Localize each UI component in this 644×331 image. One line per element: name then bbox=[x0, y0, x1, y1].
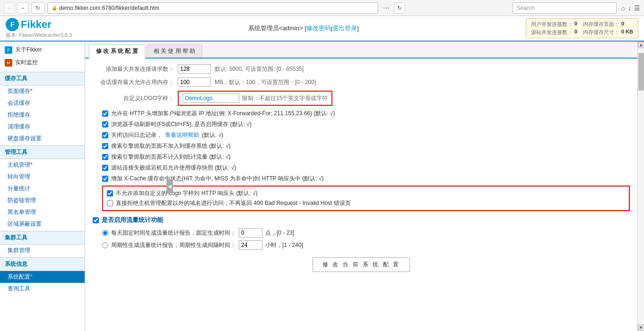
user-conn-value: 0 bbox=[574, 21, 577, 28]
sidebar-item-about[interactable]: F 关于Fikker bbox=[0, 43, 85, 56]
max-conn-hint: 默认: 5000, 可设置范围: [0 - 65535] bbox=[215, 65, 304, 73]
checkbox-5-label: 搜索引擎抓取的页面不计入到统计流量 (默认: √) bbox=[111, 153, 231, 161]
stats-radio-1[interactable] bbox=[102, 230, 108, 236]
version-label: 版本: Fikker/Webcache/3.8.3 bbox=[6, 32, 81, 39]
rbc-1[interactable] bbox=[107, 190, 113, 196]
tabs-bar: 修 改 系 统 配 置 相 关 使 用 帮 助 bbox=[85, 42, 637, 59]
admin-suffix: ] bbox=[357, 25, 359, 32]
form-row-max-conn: 添加最大并发连接请求数： 默认: 5000, 可设置范围: [0 - 65535… bbox=[93, 64, 630, 74]
stats-periodic-input[interactable] bbox=[239, 240, 262, 250]
session-mem-label: 会话缓存最大允许占用内存： bbox=[93, 78, 178, 86]
checkbox-7-label: 增加 X-Cache 缓存命中状态(HIT 为命中, MISS 为非命中)到 H… bbox=[111, 175, 324, 183]
app-header: F Fikker 版本: Fikker/Webcache/3.8.3 系统管理员… bbox=[0, 16, 644, 42]
sidebar-collapse-button[interactable]: ◀ bbox=[166, 179, 173, 194]
checkbox-5[interactable] bbox=[102, 154, 108, 160]
more-options-button[interactable]: ··· bbox=[383, 4, 389, 12]
logo-area: F Fikker 版本: Fikker/Webcache/3.8.3 bbox=[6, 18, 81, 39]
sidebar-item-blacklist[interactable]: 黑名单管理 bbox=[0, 206, 85, 218]
form-row-session-mem: 会话缓存最大允许占用内存： MB，默认：100，可设置范围：[0 - 200] bbox=[93, 77, 630, 87]
checkbox-4[interactable] bbox=[102, 143, 108, 149]
stats-daily-input[interactable] bbox=[239, 228, 262, 238]
content-scroll[interactable]: 添加最大并发连接请求数： 默认: 5000, 可设置范围: [0 - 65535… bbox=[85, 59, 637, 331]
mem-page-value: 0 bbox=[621, 21, 624, 28]
logo-input[interactable] bbox=[183, 93, 239, 103]
sidebar-item-reject-cache[interactable]: 拒绝缓存 bbox=[0, 109, 85, 121]
sidebar-item-region-block[interactable]: 区域屏蔽设置 bbox=[0, 218, 85, 230]
mem-size-value: 0 KB bbox=[621, 29, 633, 36]
mem-page-label: 内存缓存页面： bbox=[583, 21, 619, 28]
forward-button[interactable]: → bbox=[17, 2, 28, 14]
sidebar-item-sys-config[interactable]: 系统配置* bbox=[0, 271, 85, 283]
search-placeholder: Search bbox=[517, 5, 535, 11]
checkbox-row-1: 允许在 HTTP 头增加客户端浏览器 IP 地址(例: X-Forwarded-… bbox=[93, 110, 630, 118]
checkbox-2-label: 浏览器手动刷新时(F5或Ctrl+F5), 是否启用缓存 (默认: √) bbox=[111, 120, 252, 128]
logout-link[interactable]: 退出登录 bbox=[332, 24, 357, 33]
tab-sys-config[interactable]: 修 改 系 统 配 置 bbox=[89, 44, 145, 59]
stats-mem-size: 内存缓存尺寸： 0 KB bbox=[583, 29, 633, 36]
checkbox-3[interactable] bbox=[102, 132, 108, 138]
session-mem-hint: MB，默认：100，可设置范围：[0 - 200] bbox=[215, 78, 316, 86]
stats-enable-checkbox[interactable] bbox=[93, 217, 99, 223]
sidebar-item-cluster-mgmt[interactable]: 集群管理 bbox=[0, 245, 85, 256]
stats-origin-conn: 源站并发连接数： 0 bbox=[531, 29, 577, 36]
security-icon: 🔒 bbox=[52, 5, 57, 10]
sidebar-item-stat-detail[interactable]: 分量统计 bbox=[0, 183, 85, 195]
checkbox-1[interactable] bbox=[102, 110, 108, 117]
stats-mem-page: 内存缓存页面： 0 bbox=[583, 21, 633, 28]
about-icon: F bbox=[5, 46, 12, 54]
address-bar[interactable]: 🔒 demo.fikker.com:6780/fikker/default.ht… bbox=[47, 2, 378, 14]
sidebar-item-redirect-mgmt[interactable]: 转向管理 bbox=[0, 171, 85, 183]
checkbox-3-label-after: (默认: √) bbox=[202, 131, 223, 139]
sidebar-item-session-cache[interactable]: 会话缓存 bbox=[0, 97, 85, 109]
max-conn-label: 添加最大并发连接请求数： bbox=[93, 65, 178, 73]
form-row-logo: 自定义LOGO字样： 限制：不超过15个英文字母或字符 bbox=[93, 91, 630, 106]
checkbox-row-6: 源站连接失败或宕机后允许使用缓存快照 (默认: √) bbox=[93, 164, 630, 172]
max-conn-input[interactable] bbox=[178, 64, 211, 74]
sidebar-top-items: F 关于Fikker M 实时监控 bbox=[0, 42, 85, 71]
rbc-2-label: 直接拒绝主机管理配置以外的域名进行访问，不再返回 400 Bad Request… bbox=[116, 199, 351, 207]
monitor-icon: M bbox=[5, 59, 12, 67]
sidebar-item-query-tool[interactable]: 查询工具 bbox=[0, 283, 85, 295]
sidebar-item-monitor[interactable]: M 实时监控 bbox=[0, 56, 85, 69]
stats-opt2-label-before: 周期性生成流量统计报告，周期性生成间隔时间： bbox=[111, 241, 236, 249]
logo-icon: F bbox=[6, 18, 19, 31]
scrollbar-thumb[interactable] bbox=[638, 53, 644, 91]
scroll-down-arrow[interactable]: ▼ bbox=[638, 324, 644, 331]
change-pwd-link[interactable]: 修改密码 bbox=[306, 24, 331, 33]
home-icon[interactable]: ⌂ bbox=[621, 4, 625, 12]
back-button[interactable]: ← bbox=[4, 2, 15, 14]
stats-option-row-2: 周期性生成流量统计报告，周期性生成间隔时间： 小时，[1 - 240] bbox=[93, 240, 630, 250]
rbc-2[interactable] bbox=[107, 200, 113, 206]
section-cache-title: 缓存工具 bbox=[0, 72, 85, 85]
sidebar-item-host-mgmt[interactable]: 主机管理* bbox=[0, 159, 85, 171]
sidebar-item-page-cache[interactable]: 页面缓存* bbox=[0, 85, 85, 97]
stats-option-row-1: 每天固定时间生成流量统计报告，固定生成时间： 点，[0 - 23] bbox=[93, 228, 630, 238]
url-text: demo.fikker.com:6780/fikker/default.htm bbox=[59, 5, 159, 11]
rbc-row-2: 直接拒绝主机管理配置以外的域名进行访问，不再返回 400 Bad Request… bbox=[107, 199, 625, 207]
admin-prefix: 系统管理员<admin> [ bbox=[248, 24, 306, 33]
sidebar-item-hotlink[interactable]: 防盗链管理 bbox=[0, 195, 85, 206]
checkbox-6[interactable] bbox=[102, 165, 108, 171]
stats-user-conn: 用户并发连接数： 0 bbox=[531, 21, 577, 28]
sidebar-item-disk-cache[interactable]: 硬盘缓存设置 bbox=[0, 133, 85, 144]
admin-info: 系统管理员<admin> [ 修改密码 | 退出登录 ] bbox=[81, 24, 526, 33]
refresh-button[interactable]: ↻ bbox=[31, 2, 44, 14]
tab-help[interactable]: 相 关 使 用 帮 助 bbox=[147, 44, 203, 58]
checkbox-2[interactable] bbox=[102, 121, 108, 127]
checkbox-7[interactable] bbox=[102, 176, 108, 182]
logo-hint: 限制：不超过15个英文字母或字符 bbox=[242, 94, 328, 102]
browser-search-input[interactable]: Search bbox=[513, 2, 617, 14]
session-mem-input[interactable] bbox=[178, 77, 211, 87]
help-link[interactable]: 查看说明帮助 bbox=[165, 131, 199, 139]
stats-radio-2[interactable] bbox=[102, 242, 108, 248]
section-cluster-title: 集群工具 bbox=[0, 231, 85, 245]
download-icon[interactable]: ↓ bbox=[628, 4, 631, 12]
checkbox-row-4: 搜索引擎抓取的页面不加入到缓存系统 (默认: √) bbox=[93, 142, 630, 150]
menu-icon[interactable]: ☰ bbox=[634, 4, 640, 12]
scroll-up-arrow[interactable]: ▲ bbox=[638, 42, 644, 48]
reload-button[interactable]: ↻ bbox=[394, 2, 405, 14]
submit-button[interactable]: 修 改 当 前 系 统 配 置 bbox=[313, 257, 410, 272]
submit-area: 修 改 当 前 系 统 配 置 bbox=[93, 257, 630, 272]
sidebar-item-clear-cache[interactable]: 清理缓存 bbox=[0, 121, 85, 133]
right-scrollbar[interactable]: ▲ ▼ bbox=[637, 42, 644, 331]
